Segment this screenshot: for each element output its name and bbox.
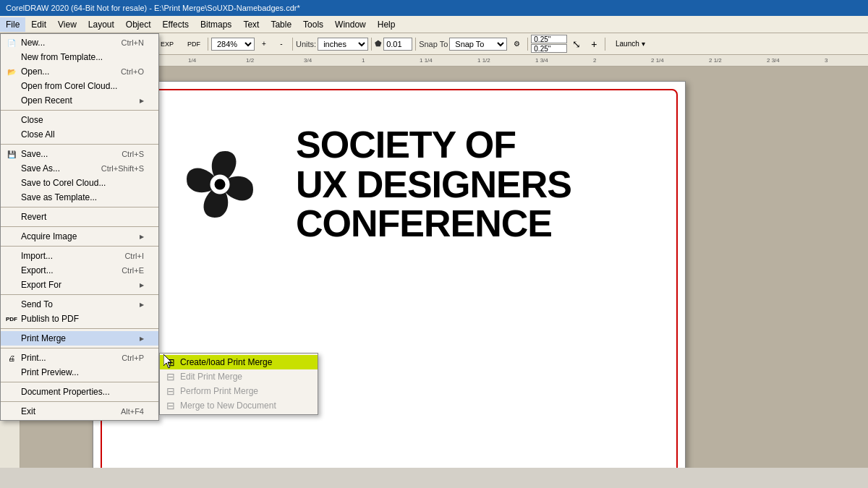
gear-btn[interactable]: ⚙ (509, 36, 524, 52)
submenu-perform-merge: ⊟ Perform Print Merge (160, 384, 318, 398)
menu-send-to[interactable]: Send To (1, 297, 158, 312)
menu-item-bitmaps[interactable]: Bitmaps (195, 17, 237, 32)
menu-save-as-label: Save As... (21, 163, 60, 174)
menu-print-merge-label: Print Merge (21, 333, 66, 343)
menu-revert[interactable]: Revert (1, 210, 158, 224)
menu-new[interactable]: 📄 New... Ctrl+N (1, 35, 158, 50)
menu-new-template-label: New from Template... (21, 52, 103, 62)
menu-open[interactable]: 📂 Open... Ctrl+O (1, 64, 158, 79)
pdf-btn[interactable]: PDF (183, 36, 205, 52)
menu-save[interactable]: 💾 Save... Ctrl+S (1, 147, 158, 161)
menu-save-template[interactable]: Save as Template... (1, 190, 158, 205)
nudge-input[interactable] (383, 38, 412, 51)
menu-item-effects[interactable]: Effects (157, 17, 195, 32)
submenu-edit-merge-label: Edit Print Merge (180, 372, 242, 382)
zoom-in-btn[interactable]: + (256, 36, 272, 52)
menu-import-label: Import... (21, 251, 53, 261)
menu-item-help[interactable]: Help (372, 17, 401, 32)
sep-4 (1, 226, 158, 227)
nudge-label: ⬟ (375, 39, 382, 48)
menu-export-for[interactable]: Export For (1, 278, 158, 292)
exit-shortcut: Alt+F4 (121, 407, 144, 416)
zoom-select[interactable]: 284% (211, 38, 255, 51)
menu-item-text[interactable]: Text (237, 17, 265, 32)
menu-item-table[interactable]: Table (265, 17, 297, 32)
svg-point-1 (215, 179, 226, 189)
menu-new-label: New... (21, 38, 45, 48)
file-dropdown-menu: 📄 New... Ctrl+N New from Template... 📂 O… (0, 33, 159, 421)
menu-item-file[interactable]: File (0, 17, 25, 32)
zoom-out-btn[interactable]: - (273, 36, 289, 52)
resize-btn[interactable]: ⤡ (569, 36, 584, 52)
menu-new-template[interactable]: New from Template... (1, 50, 158, 64)
sep-6 (1, 294, 158, 295)
menu-export-for-label: Export For (21, 280, 61, 290)
menu-doc-props-label: Document Properties... (21, 387, 110, 397)
submenu-merge-new-doc: ⊟ Merge to New Document (160, 398, 318, 413)
xy-inputs (531, 35, 567, 53)
sep-9 (1, 382, 158, 382)
submenu-create-load[interactable]: ⊞ Create/load Print Merge (160, 355, 318, 369)
sep7 (415, 38, 416, 51)
conference-text: SOCIETY OFUX DESIGNERSCONFERENCE (296, 125, 571, 244)
menu-bar: File Edit View Layout Object Effects Bit… (0, 16, 868, 33)
menu-save-template-label: Save as Template... (21, 192, 97, 202)
save-shortcut: Ctrl+S (122, 150, 144, 158)
menu-print-label: Print... (21, 353, 46, 363)
menu-close[interactable]: Close (1, 113, 158, 127)
perform-merge-icon: ⊟ (164, 385, 177, 397)
add-btn[interactable]: + (586, 36, 602, 52)
souxd-logo-svg (166, 130, 274, 239)
menu-close-all[interactable]: Close All (1, 127, 158, 142)
menu-print-preview-label: Print Preview... (21, 367, 79, 377)
export-shortcut: Ctrl+E (122, 266, 144, 275)
print-icon: 🖨 (5, 354, 18, 362)
menu-open-cloud[interactable]: Open from Corel Cloud... (1, 79, 158, 93)
save-icon: 💾 (5, 150, 18, 158)
submenu-merge-new-label: Merge to New Document (180, 401, 276, 411)
sep-2 (1, 144, 158, 145)
menu-save-label: Save... (21, 149, 48, 159)
menu-item-layout[interactable]: Layout (82, 17, 120, 32)
menu-import[interactable]: Import... Ctrl+I (1, 249, 158, 263)
edit-merge-icon: ⊟ (164, 371, 177, 382)
menu-save-cloud[interactable]: Save to Corel Cloud... (1, 176, 158, 190)
sep8 (527, 38, 528, 51)
menu-save-cloud-label: Save to Corel Cloud... (21, 178, 106, 188)
sep-3 (1, 207, 158, 207)
submenu-perform-merge-label: Perform Print Merge (180, 386, 258, 396)
sep-7 (1, 328, 158, 329)
snap-to-label: Snap To (419, 40, 448, 48)
sep-1 (1, 110, 158, 111)
print-shortcut: Ctrl+P (122, 354, 144, 362)
units-select[interactable]: inches (318, 38, 368, 51)
menu-save-as[interactable]: Save As... Ctrl+Shift+S (1, 161, 158, 176)
snap-to-group: Snap To Snap To (419, 38, 507, 51)
menu-export[interactable]: Export... Ctrl+E (1, 263, 158, 278)
menu-item-object[interactable]: Object (120, 17, 157, 32)
launch-btn[interactable]: Launch ▾ (608, 36, 652, 52)
menu-print-merge[interactable]: Print Merge (1, 331, 158, 346)
sep4 (208, 38, 208, 51)
menu-item-tools[interactable]: Tools (297, 17, 329, 32)
new-icon: 📄 (5, 39, 18, 47)
menu-acquire[interactable]: Acquire Image (1, 229, 158, 244)
save-as-shortcut: Ctrl+Shift+S (101, 164, 144, 173)
menu-doc-props[interactable]: Document Properties... (1, 385, 158, 399)
x-input[interactable] (531, 35, 567, 43)
snap-to-select[interactable]: Snap To (449, 38, 507, 51)
menu-item-window[interactable]: Window (329, 17, 372, 32)
menu-send-to-label: Send To (21, 299, 53, 309)
menu-print-preview[interactable]: Print Preview... (1, 365, 158, 380)
menu-item-view[interactable]: View (52, 17, 82, 32)
y-input[interactable] (531, 44, 567, 53)
menu-publish-pdf[interactable]: PDF Publish to PDF (1, 312, 158, 326)
menu-item-edit[interactable]: Edit (25, 17, 52, 32)
menu-print[interactable]: 🖨 Print... Ctrl+P (1, 351, 158, 365)
menu-open-recent[interactable]: Open Recent (1, 93, 158, 108)
menu-exit[interactable]: Exit Alt+F4 (1, 404, 158, 419)
new-shortcut: Ctrl+N (122, 38, 144, 47)
print-merge-submenu: ⊞ Create/load Print Merge ⊟ Edit Print M… (159, 353, 318, 415)
sep6 (371, 38, 372, 51)
menu-publish-pdf-label: Publish to PDF (21, 314, 79, 324)
